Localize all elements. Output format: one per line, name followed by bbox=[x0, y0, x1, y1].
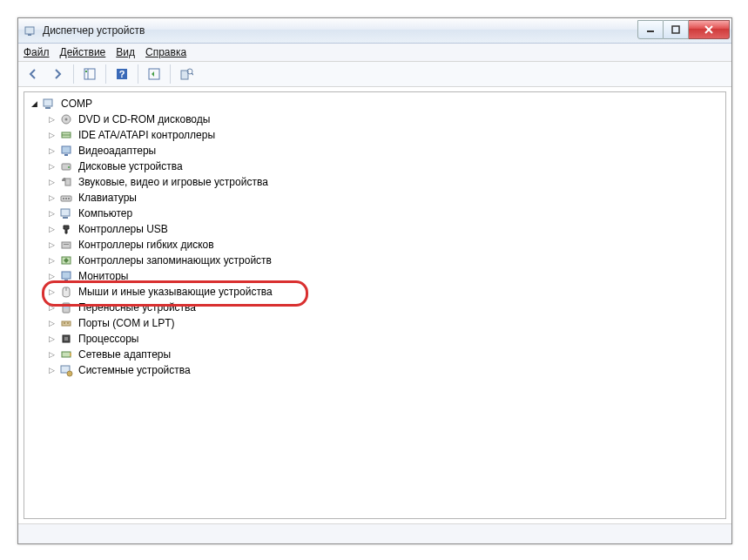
svg-point-42 bbox=[67, 322, 69, 324]
toolbar-separator bbox=[138, 64, 138, 84]
device-manager-window: Диспетчер устройств Файл Действие Вид Сп… bbox=[17, 17, 732, 544]
device-category[interactable]: ▷Компьютер bbox=[47, 206, 724, 221]
svg-rect-0 bbox=[25, 27, 34, 34]
device-category[interactable]: ▷Мыши и иные указывающие устройства bbox=[47, 284, 724, 300]
svg-rect-6 bbox=[84, 69, 95, 79]
device-category[interactable]: ▷Мониторы bbox=[47, 268, 724, 284]
expand-icon[interactable]: ▷ bbox=[47, 193, 56, 202]
expand-icon[interactable]: ▷ bbox=[47, 178, 56, 186]
device-category[interactable]: ▷Контроллеры USB bbox=[47, 221, 724, 237]
expand-icon[interactable]: ▷ bbox=[47, 225, 56, 233]
menu-help[interactable]: Справка bbox=[145, 46, 186, 58]
category-label: Контроллеры USB bbox=[77, 223, 170, 235]
category-icon bbox=[59, 300, 73, 314]
category-icon bbox=[59, 363, 73, 377]
svg-rect-33 bbox=[64, 244, 69, 245]
device-category[interactable]: ▷Видеоадаптеры bbox=[47, 143, 724, 159]
app-icon bbox=[24, 24, 37, 37]
device-category[interactable]: ▷Сетевые адаптеры bbox=[47, 347, 724, 362]
device-category[interactable]: ▷Дисковые устройства bbox=[47, 159, 724, 174]
category-icon bbox=[59, 159, 73, 173]
device-category[interactable]: ▷Порты (COM и LPT) bbox=[47, 315, 724, 331]
menu-file[interactable]: Файл bbox=[24, 46, 50, 58]
category-label: Дисковые устройства bbox=[77, 160, 185, 172]
category-label: Системные устройства bbox=[77, 364, 192, 376]
expand-icon[interactable]: ▷ bbox=[47, 209, 56, 218]
device-category[interactable]: ▷Процессоры bbox=[47, 331, 724, 347]
category-icon bbox=[59, 253, 73, 267]
device-category[interactable]: ▷Контроллеры запоминающих устройств bbox=[47, 253, 724, 268]
expand-icon[interactable]: ▷ bbox=[47, 272, 56, 280]
expand-icon[interactable]: ▷ bbox=[47, 256, 56, 265]
expand-icon[interactable]: ▷ bbox=[47, 303, 56, 312]
category-icon bbox=[59, 347, 73, 361]
nav-back-button[interactable] bbox=[22, 63, 44, 85]
category-label: Сетевые адаптеры bbox=[77, 348, 172, 361]
device-tree-panel: ◢ COMP ▷DVD и CD-ROM дисководы▷IDE ATA/A… bbox=[24, 91, 726, 519]
category-label: Переносные устройства bbox=[77, 301, 198, 314]
expand-icon[interactable]: ▷ bbox=[47, 131, 56, 139]
close-button[interactable] bbox=[689, 20, 730, 39]
expand-icon[interactable]: ▷ bbox=[47, 350, 56, 359]
category-label: Контроллеры гибких дисков bbox=[77, 239, 216, 251]
expand-icon[interactable]: ▷ bbox=[47, 240, 56, 249]
category-icon bbox=[59, 206, 73, 220]
svg-rect-32 bbox=[62, 242, 71, 248]
maximize-button[interactable] bbox=[664, 20, 689, 39]
device-category[interactable]: ▷IDE ATA/ATAPI контроллеры bbox=[47, 127, 724, 143]
svg-rect-39 bbox=[64, 304, 69, 308]
properties-button[interactable] bbox=[175, 63, 198, 85]
expand-icon[interactable]: ▷ bbox=[47, 162, 56, 171]
toolbar: ? bbox=[18, 62, 731, 87]
svg-rect-28 bbox=[65, 198, 67, 199]
category-icon bbox=[59, 144, 73, 158]
tree-root[interactable]: ◢ COMP bbox=[30, 96, 724, 111]
svg-rect-36 bbox=[64, 280, 68, 281]
scan-hardware-button[interactable] bbox=[143, 63, 165, 85]
toolbar-separator bbox=[170, 64, 171, 84]
svg-rect-27 bbox=[63, 198, 64, 199]
device-category[interactable]: ▷Переносные устройства bbox=[47, 300, 724, 315]
expand-icon[interactable]: ▷ bbox=[47, 334, 56, 343]
category-label: Звуковые, видео и игровые устройства bbox=[77, 176, 270, 188]
collapse-icon[interactable]: ◢ bbox=[30, 99, 38, 108]
svg-rect-35 bbox=[62, 272, 71, 279]
category-icon bbox=[59, 316, 73, 330]
svg-rect-8 bbox=[85, 71, 87, 72]
computer-icon bbox=[42, 97, 56, 111]
category-icon bbox=[59, 191, 73, 205]
expand-icon[interactable]: ▷ bbox=[47, 319, 56, 327]
category-icon bbox=[59, 112, 73, 126]
nav-forward-button[interactable] bbox=[46, 63, 69, 85]
help-button[interactable]: ? bbox=[111, 63, 133, 85]
svg-rect-31 bbox=[63, 217, 68, 219]
show-hide-tree-button[interactable] bbox=[78, 63, 101, 85]
device-category[interactable]: ▷Звуковые, видео и игровые устройства bbox=[47, 174, 724, 190]
minimize-button[interactable] bbox=[637, 20, 664, 39]
tree-root-label: COMP bbox=[59, 98, 94, 110]
device-category[interactable]: ▷Системные устройства bbox=[47, 362, 724, 378]
svg-rect-21 bbox=[62, 146, 71, 153]
menu-view[interactable]: Вид bbox=[116, 46, 135, 58]
device-category[interactable]: ▷Клавиатуры bbox=[47, 190, 724, 206]
expand-icon[interactable]: ▷ bbox=[47, 146, 56, 155]
device-category[interactable]: ▷DVD и CD-ROM дисководы bbox=[47, 111, 724, 127]
menu-action[interactable]: Действие bbox=[60, 46, 106, 58]
svg-rect-46 bbox=[70, 353, 71, 356]
svg-rect-44 bbox=[64, 337, 68, 341]
menubar: Файл Действие Вид Справка bbox=[18, 44, 731, 62]
category-icon bbox=[59, 269, 73, 283]
category-label: Контроллеры запоминающих устройств bbox=[77, 254, 273, 267]
expand-icon[interactable]: ▷ bbox=[47, 287, 56, 296]
svg-text:?: ? bbox=[119, 69, 125, 79]
svg-rect-16 bbox=[45, 107, 51, 109]
expand-icon[interactable]: ▷ bbox=[47, 115, 56, 124]
svg-point-48 bbox=[67, 371, 72, 376]
category-icon bbox=[59, 175, 73, 189]
svg-rect-15 bbox=[44, 99, 52, 106]
svg-rect-1 bbox=[28, 34, 31, 36]
device-tree: ◢ COMP ▷DVD и CD-ROM дисководы▷IDE ATA/A… bbox=[26, 96, 724, 378]
svg-point-18 bbox=[65, 118, 68, 121]
expand-icon[interactable]: ▷ bbox=[47, 366, 56, 374]
device-category[interactable]: ▷Контроллеры гибких дисков bbox=[47, 237, 724, 253]
